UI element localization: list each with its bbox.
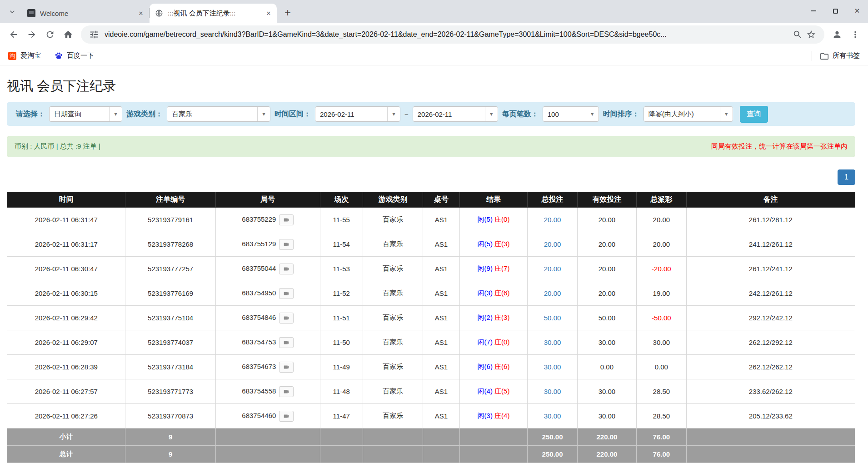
- sort-order-select[interactable]: 降幂(由大到小) ▾: [644, 106, 733, 122]
- column-header-valid-bet: 有效投注: [577, 192, 636, 208]
- empty-cell: [423, 428, 459, 446]
- cell-round-no: 683754558: [215, 379, 320, 404]
- page-size-select[interactable]: 100 ▾: [543, 106, 599, 122]
- cell-bet-no: 523193773184: [125, 355, 215, 379]
- home-button[interactable]: [59, 25, 77, 44]
- cell-note: 261.12/241.12: [686, 257, 855, 281]
- cell-bet-no: 523193777257: [125, 257, 215, 281]
- video-replay-button[interactable]: [279, 214, 294, 225]
- video-replay-button[interactable]: [279, 411, 294, 422]
- result-banker: 庄(4): [494, 412, 509, 419]
- cell-bet-no: 523193776169: [125, 281, 215, 306]
- empty-cell: [215, 446, 320, 463]
- total-bet-link[interactable]: 50.00: [544, 314, 561, 322]
- reload-button[interactable]: [41, 25, 59, 44]
- empty-cell: [320, 446, 363, 463]
- video-replay-button[interactable]: [279, 288, 294, 299]
- profile-button[interactable]: [828, 25, 846, 44]
- total-bet-link[interactable]: 20.00: [544, 216, 561, 224]
- close-tab-icon[interactable]: ✕: [136, 9, 145, 18]
- video-replay-button[interactable]: [279, 313, 294, 324]
- browser-toolbar: videoie.com/game/betrecord_search/kind3?…: [0, 23, 868, 46]
- bookmark-baidu[interactable]: 百度一下: [55, 51, 94, 60]
- table-row: 2026-02-11 06:31:17523193778268683755129…: [7, 232, 855, 257]
- cell-result: 闲(7) 庄(0): [459, 330, 528, 355]
- total-bet-link[interactable]: 30.00: [544, 412, 561, 420]
- cell-round-no: 683754950: [215, 281, 320, 306]
- empty-cell: [363, 428, 423, 446]
- empty-cell: [215, 428, 320, 446]
- cell-payout: 30.00: [637, 330, 687, 355]
- all-bookmarks-button[interactable]: 所有书签: [812, 51, 860, 61]
- search-button[interactable]: 查询: [740, 106, 768, 123]
- cell-total-bet: 20.00: [528, 232, 578, 257]
- video-replay-button[interactable]: [279, 337, 294, 348]
- cell-time: 2026-02-11 06:31:47: [7, 208, 125, 232]
- cell-round-no: 683754846: [215, 306, 320, 330]
- home-icon: [63, 30, 73, 40]
- total-bet-link[interactable]: 30.00: [544, 388, 561, 395]
- filter-mode-select[interactable]: 日期查询 ▾: [49, 106, 122, 122]
- forward-button[interactable]: [23, 25, 41, 44]
- cell-total-bet: 20.00: [528, 208, 578, 232]
- result-banker: 庄(5): [494, 387, 509, 395]
- result-banker: 庄(6): [494, 289, 509, 297]
- cell-table-no: AS1: [423, 257, 459, 281]
- video-replay-button[interactable]: [279, 386, 294, 397]
- game-type-select[interactable]: 百家乐 ▾: [167, 106, 270, 122]
- window-controls: ✕: [803, 0, 868, 22]
- video-camera-icon: [282, 388, 290, 395]
- browser-window: Welcome ✕ :::视讯 会员下注纪录::: ✕ + ✕: [0, 0, 868, 65]
- result-player: 闲(2): [478, 314, 493, 321]
- video-replay-button[interactable]: [279, 264, 294, 274]
- column-header-bet-no: 注单编号: [125, 192, 215, 208]
- date-range-tilde: ~: [404, 110, 409, 118]
- empty-cell: [686, 428, 855, 446]
- result-banker: 庄(0): [494, 338, 509, 346]
- total-bet-link[interactable]: 20.00: [544, 240, 561, 248]
- address-bar[interactable]: videoie.com/game/betrecord_search/kind3?…: [81, 25, 824, 44]
- result-player: 闲(3): [478, 412, 493, 419]
- total-bet-link[interactable]: 30.00: [544, 363, 561, 371]
- back-button[interactable]: [5, 25, 23, 44]
- menu-button[interactable]: [846, 25, 864, 44]
- video-camera-icon: [282, 413, 290, 419]
- close-window-button[interactable]: ✕: [846, 0, 868, 22]
- date-end-select[interactable]: 2026-02-11 ▾: [413, 106, 498, 122]
- close-tab-icon[interactable]: ✕: [264, 9, 273, 18]
- maximize-button[interactable]: [824, 0, 846, 22]
- minimize-button[interactable]: [803, 0, 824, 22]
- video-replay-button[interactable]: [279, 239, 294, 250]
- cell-session: 11-51: [320, 306, 363, 330]
- new-tab-button[interactable]: +: [280, 5, 295, 20]
- tab-search-button[interactable]: [5, 4, 20, 20]
- total-bet-link[interactable]: 20.00: [544, 289, 561, 297]
- zoom-icon[interactable]: [791, 30, 804, 40]
- url-text[interactable]: videoie.com/game/betrecord_search/kind3?…: [105, 30, 787, 39]
- video-camera-icon: [282, 339, 290, 346]
- bookmark-star-icon[interactable]: [804, 30, 818, 40]
- page-1-button[interactable]: 1: [838, 169, 855, 185]
- total-bet-link[interactable]: 20.00: [544, 265, 561, 273]
- cell-game-type: 百家乐: [363, 379, 423, 404]
- cell-table-no: AS1: [423, 404, 459, 428]
- page-size-value: 100: [543, 107, 586, 121]
- tab-welcome[interactable]: Welcome ✕: [22, 4, 149, 23]
- cell-payout: 0.00: [637, 355, 687, 379]
- video-replay-button[interactable]: [279, 362, 294, 373]
- total-bet-link[interactable]: 30.00: [544, 339, 561, 346]
- tab-bet-record[interactable]: :::视讯 会员下注纪录::: ✕: [150, 4, 277, 23]
- cell-time: 2026-02-11 06:29:42: [7, 306, 125, 330]
- video-camera-icon: [282, 364, 290, 370]
- date-start-select[interactable]: 2026-02-11 ▾: [315, 106, 400, 122]
- column-header-table-no: 桌号: [423, 192, 459, 208]
- page-size-label: 每页笔数：: [502, 110, 539, 119]
- result-player: 闲(7): [478, 338, 493, 346]
- tab-title: Welcome: [40, 10, 134, 17]
- chevron-down-icon: ▾: [109, 107, 122, 121]
- site-settings-icon[interactable]: [87, 30, 101, 40]
- bookmark-taobao[interactable]: 淘 爱淘宝: [8, 51, 41, 60]
- cell-table-no: AS1: [423, 208, 459, 232]
- bookmark-label: 百度一下: [67, 51, 94, 60]
- cell-total-bet: 30.00: [528, 355, 578, 379]
